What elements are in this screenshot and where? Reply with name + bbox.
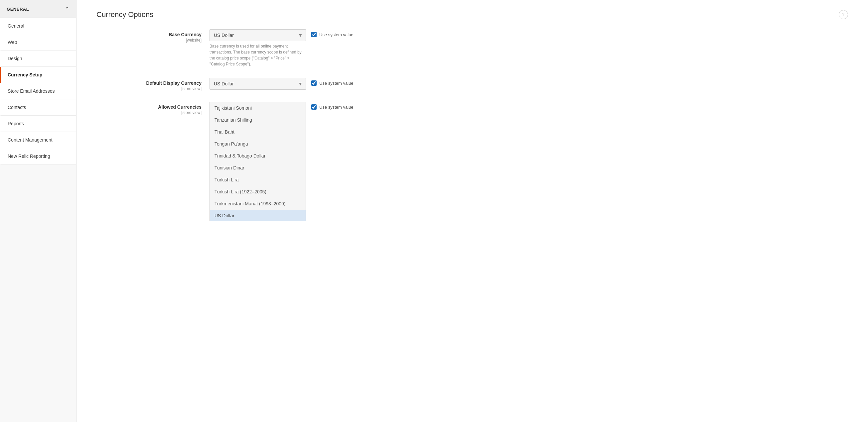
allowed-currencies-system-value-group: Use system value <box>311 102 353 110</box>
sidebar-item-contacts[interactable]: Contacts <box>0 99 76 116</box>
sidebar-item-currency-setup[interactable]: Currency Setup <box>0 67 76 83</box>
sidebar-item-reports[interactable]: Reports <box>0 116 76 132</box>
sidebar-item-new-relic-reporting[interactable]: New Relic Reporting <box>0 148 76 164</box>
sidebar-item-web[interactable]: Web <box>0 34 76 51</box>
sidebar-item-design[interactable]: Design <box>0 51 76 67</box>
allowed-currencies-row: Allowed Currencies [store view] Tajikist… <box>96 102 848 221</box>
currency-option[interactable]: US Dollar <box>210 210 306 221</box>
sidebar-item-store-email-addresses[interactable]: Store Email Addresses <box>0 83 76 99</box>
default-display-currency-select-wrapper: US Dollar ▼ <box>210 78 306 90</box>
base-currency-select[interactable]: US Dollar <box>210 29 306 41</box>
sidebar-item-content-management[interactable]: Content Management <box>0 132 76 148</box>
base-currency-controls: US Dollar ▼ Base currency is used for al… <box>210 29 848 67</box>
default-display-currency-label: Default Display Currency <box>96 80 202 86</box>
sidebar: GENERAL ⌃ GeneralWebDesignCurrency Setup… <box>0 0 76 422</box>
sidebar-items-container: GeneralWebDesignCurrency SetupStore Emai… <box>0 18 76 164</box>
default-display-currency-scope: [store view] <box>96 87 202 91</box>
default-display-currency-system-value-checkbox[interactable] <box>311 80 317 86</box>
currency-option[interactable]: Tongan Pa'anga <box>210 138 306 150</box>
base-currency-system-value-checkbox[interactable] <box>311 32 317 37</box>
section-divider <box>96 232 848 232</box>
currency-option[interactable]: Tajikistani Somoni <box>210 102 306 114</box>
base-currency-select-wrapper: US Dollar ▼ <box>210 29 306 41</box>
currency-option[interactable]: Turkmenistani Manat (1993–2009) <box>210 198 306 210</box>
base-currency-label: Base Currency <box>96 32 202 37</box>
default-display-currency-select[interactable]: US Dollar <box>210 78 306 90</box>
currency-option[interactable]: Turkish Lira (1922–2005) <box>210 186 306 198</box>
section-title: Currency Options <box>96 10 153 19</box>
allowed-currencies-controls: Tajikistani SomoniTanzanian ShillingThai… <box>210 102 848 221</box>
currency-option[interactable]: Trinidad & Tobago Dollar <box>210 150 306 162</box>
base-currency-scope: [website] <box>96 38 202 42</box>
currency-option[interactable]: Tanzanian Shilling <box>210 114 306 126</box>
base-currency-label-group: Base Currency [website] <box>96 29 210 42</box>
allowed-currencies-scope: [store view] <box>96 110 202 115</box>
default-display-currency-system-value-label: Use system value <box>319 81 353 86</box>
sidebar-section-label: GENERAL <box>7 7 29 12</box>
collapse-button[interactable]: ⇧ <box>839 10 848 19</box>
currency-option[interactable]: Turkish Lira <box>210 174 306 186</box>
currency-option[interactable]: Thai Baht <box>210 126 306 138</box>
base-currency-hint: Base currency is used for all online pay… <box>210 43 303 67</box>
allowed-currencies-label-group: Allowed Currencies [store view] <box>96 102 210 115</box>
main-content: Currency Options ⇧ Base Currency [websit… <box>76 0 868 422</box>
allowed-currencies-label: Allowed Currencies <box>96 104 202 110</box>
default-display-currency-controls: US Dollar ▼ Use system value <box>210 78 848 90</box>
currency-option[interactable]: Tunisian Dinar <box>210 162 306 174</box>
base-currency-select-col: US Dollar ▼ Base currency is used for al… <box>210 29 306 67</box>
default-display-currency-row: Default Display Currency [store view] US… <box>96 78 848 91</box>
sidebar-section-header[interactable]: GENERAL ⌃ <box>0 0 76 18</box>
allowed-currencies-system-value-label: Use system value <box>319 105 353 110</box>
base-currency-system-value-group: Use system value <box>311 29 353 37</box>
base-currency-row: Base Currency [website] US Dollar ▼ Base… <box>96 29 848 67</box>
sidebar-collapse-icon: ⌃ <box>65 6 69 12</box>
base-currency-system-value-label: Use system value <box>319 32 353 37</box>
sidebar-item-general[interactable]: General <box>0 18 76 34</box>
default-display-currency-label-group: Default Display Currency [store view] <box>96 78 210 91</box>
section-title-row: Currency Options ⇧ <box>96 10 848 19</box>
app-layout: GENERAL ⌃ GeneralWebDesignCurrency Setup… <box>0 0 868 422</box>
default-display-currency-system-value-group: Use system value <box>311 78 353 86</box>
allowed-currencies-listbox[interactable]: Tajikistani SomoniTanzanian ShillingThai… <box>210 102 306 221</box>
allowed-currencies-system-value-checkbox[interactable] <box>311 104 317 110</box>
